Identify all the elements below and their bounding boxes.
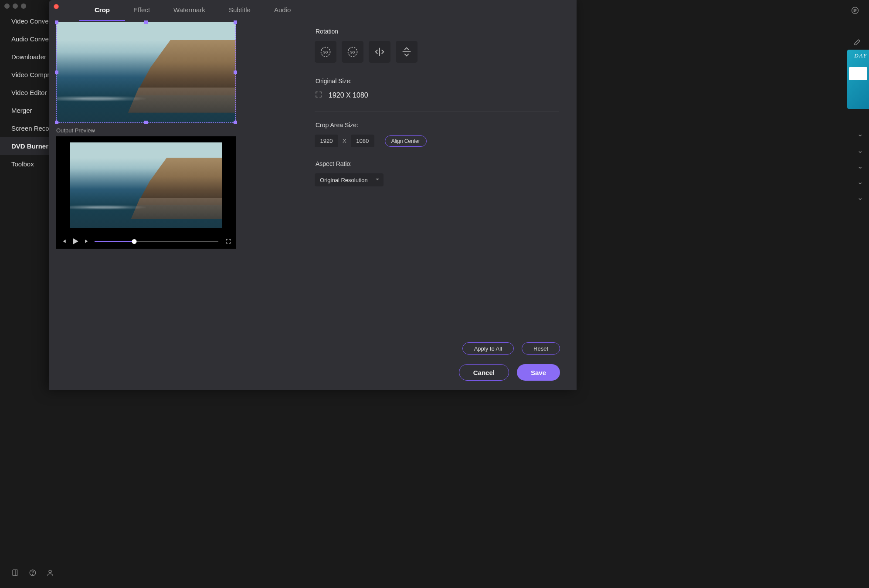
aspect-ratio-select[interactable]: Original Resolution [315,173,384,186]
tab-watermark[interactable]: Watermark [173,6,205,16]
crop-handle-bm[interactable] [144,121,148,124]
reset-button[interactable]: Reset [522,342,560,355]
tab-audio[interactable]: Audio [274,6,291,16]
prev-frame-button[interactable] [61,238,67,244]
play-button[interactable] [71,237,80,246]
align-center-button[interactable]: Align Center [385,135,427,147]
crop-modal: Crop Effect Watermark Subtitle Audio [49,0,577,390]
aspect-ratio-value: Original Resolution [320,177,368,183]
rotate-cw-button[interactable]: 90 [342,41,363,63]
output-preview [56,136,236,249]
editor-tabs: Crop Effect Watermark Subtitle Audio [49,0,577,22]
close-light[interactable] [4,3,10,9]
crop-handle-ml[interactable] [55,71,58,74]
crop-handle-bl[interactable] [55,121,58,124]
modal-close-light[interactable] [54,4,59,9]
rotate-ccw-button[interactable]: 90 [315,41,336,63]
svg-text:90: 90 [323,50,328,54]
crop-handle-tr[interactable] [234,20,237,24]
aspect-ratio-label: Aspect Ratio: [316,160,559,167]
crop-handle-tl[interactable] [55,20,58,24]
player-bar [56,234,236,249]
fullscreen-button[interactable] [225,238,231,244]
crop-area-label: Crop Area Size: [316,122,559,128]
tab-effect[interactable]: Effect [133,6,150,16]
divider [315,112,559,112]
dimension-separator: X [343,138,346,144]
zoom-light[interactable] [21,3,26,9]
crop-handle-tm[interactable] [144,20,148,24]
timeline[interactable] [95,241,218,242]
tab-crop[interactable]: Crop [95,6,110,16]
expand-icon [315,91,322,100]
crop-handle-mr[interactable] [234,71,237,74]
next-frame-button[interactable] [84,238,90,244]
traffic-lights [4,3,26,9]
original-size-value: 1920 X 1080 [329,91,368,99]
crop-height-input[interactable] [351,135,374,147]
crop-preview[interactable] [56,22,236,123]
output-frame [70,142,222,228]
output-preview-label: Output Preview [56,127,297,134]
crop-handle-br[interactable] [234,121,237,124]
crop-width-input[interactable] [315,135,338,147]
timeline-fill [95,241,134,242]
timeline-thumb[interactable] [132,239,136,244]
apply-to-all-button[interactable]: Apply to All [462,342,514,355]
svg-text:90: 90 [350,50,355,54]
rotation-label: Rotation [316,28,559,35]
flip-horizontal-button[interactable] [369,41,390,63]
tab-subtitle[interactable]: Subtitle [229,6,251,16]
minimize-light[interactable] [13,3,18,9]
cancel-button[interactable]: Cancel [459,364,509,381]
original-size-label: Original Size: [316,78,559,84]
crop-selection[interactable] [56,22,236,123]
save-button[interactable]: Save [517,364,560,381]
flip-vertical-button[interactable] [396,41,418,63]
